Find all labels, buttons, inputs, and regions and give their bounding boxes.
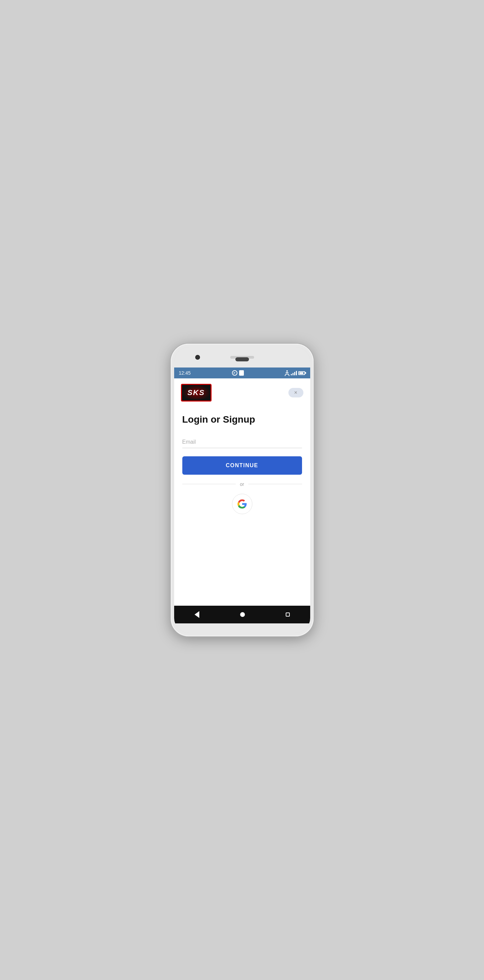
sks-logo: SKS bbox=[181, 384, 211, 401]
notification-icon: P bbox=[232, 370, 237, 375]
sks-logo-text: SKS bbox=[187, 388, 205, 397]
status-left-icons: P bbox=[232, 370, 244, 375]
phone-device: 12:45 P bbox=[171, 344, 314, 636]
form-area: Login or Signup CONTINUE or bbox=[174, 407, 310, 606]
signal-icon bbox=[291, 371, 297, 375]
wifi-icon bbox=[285, 370, 289, 376]
divider-line-right bbox=[248, 484, 302, 484]
status-right-icons bbox=[285, 370, 305, 376]
page-title: Login or Signup bbox=[182, 414, 302, 425]
camera-icon bbox=[195, 355, 200, 360]
or-text: or bbox=[240, 482, 244, 487]
status-bar: 12:45 P bbox=[174, 368, 310, 379]
bottom-nav bbox=[174, 606, 310, 624]
nav-home-button[interactable] bbox=[237, 609, 248, 620]
phone-screen: 12:45 P bbox=[174, 347, 310, 633]
recents-icon bbox=[286, 612, 290, 617]
nav-back-button[interactable] bbox=[192, 608, 202, 620]
home-icon bbox=[240, 612, 245, 617]
email-input[interactable] bbox=[182, 436, 302, 448]
status-time: 12:45 bbox=[179, 370, 191, 375]
close-icon: × bbox=[294, 390, 297, 395]
back-icon bbox=[195, 611, 199, 618]
sd-card-icon bbox=[239, 370, 244, 375]
or-divider: or bbox=[182, 482, 302, 487]
battery-icon bbox=[298, 371, 305, 375]
app-header: SKS × bbox=[174, 379, 310, 407]
app-content: SKS × Login or Signup CONTINUE or bbox=[174, 379, 310, 606]
top-bezel bbox=[174, 347, 310, 368]
divider-line-left bbox=[182, 484, 236, 484]
google-icon bbox=[237, 499, 247, 509]
google-signin-button[interactable] bbox=[232, 494, 252, 514]
continue-button[interactable]: CONTINUE bbox=[182, 456, 302, 475]
nav-recents-button[interactable] bbox=[283, 610, 292, 619]
bottom-bezel bbox=[174, 624, 310, 633]
close-button[interactable]: × bbox=[289, 388, 303, 398]
earpiece-icon bbox=[235, 357, 249, 361]
